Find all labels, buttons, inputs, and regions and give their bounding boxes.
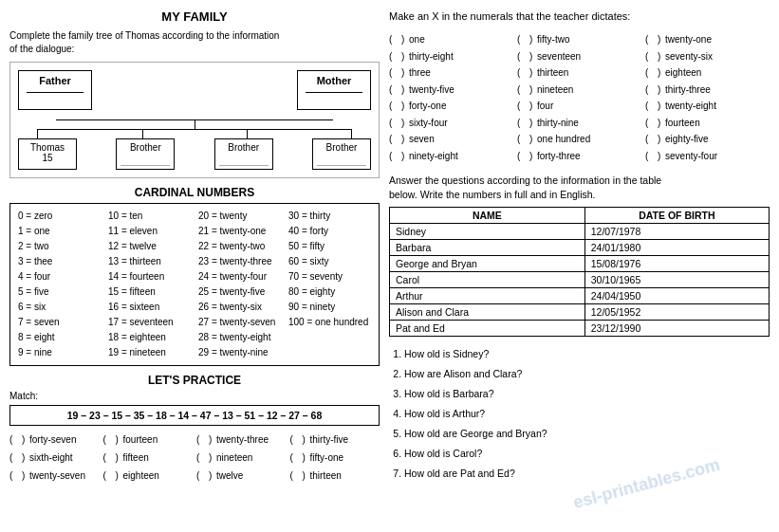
table-row: Pat and Ed23/12/1990	[390, 320, 770, 336]
intro-text: Complete the family tree of Thomas accor…	[9, 29, 380, 56]
child-brother-2: Brother	[214, 138, 273, 170]
option-10[interactable]: ( ) eighteen	[103, 468, 194, 484]
option-12[interactable]: ( ) thirteen	[290, 468, 380, 484]
table-row: George and Bryan15/08/1976	[390, 255, 770, 271]
table-row: Barbara24/01/1980	[390, 239, 770, 255]
question-3: How old is Barbara?	[404, 384, 770, 404]
num-10[interactable]: ( ) twenty-five	[389, 82, 513, 99]
questions-list: How old is Sidney? How are Alison and Cl…	[389, 344, 770, 484]
num-20[interactable]: ( ) one hundred	[517, 131, 641, 148]
option-4[interactable]: ( ) thirty-five	[290, 431, 380, 448]
num-4[interactable]: ( ) thirty-eight	[389, 48, 513, 65]
option-9[interactable]: ( ) twenty-seven	[9, 468, 100, 484]
num-9[interactable]: ( ) eighteen	[645, 64, 770, 82]
question-5: How old are George and Bryan?	[404, 424, 770, 444]
right-column: Make an X in the numerals that the teach…	[389, 9, 770, 523]
questions-section: How old is Sidney? How are Alison and Cl…	[389, 344, 770, 484]
num-23[interactable]: ( ) forty-three	[517, 148, 641, 165]
practice-options: ( ) forty-seven ( ) fourteen ( ) twenty-…	[9, 431, 380, 484]
col-dob: DATE OF BIRTH	[584, 207, 769, 223]
num-5[interactable]: ( ) seventeen	[517, 48, 641, 65]
dictate-intro: Make an X in the numerals that the teach…	[389, 9, 770, 24]
child-thomas: Thomas15	[18, 138, 77, 170]
num-8[interactable]: ( ) thirteen	[517, 64, 641, 82]
table-intro: Answer the questions according to the in…	[389, 174, 770, 201]
table-body: Sidney12/07/1978 Barbara24/01/1980 Georg…	[390, 223, 770, 336]
cardinal-title: CARDINAL NUMBERS	[9, 186, 380, 199]
num-19[interactable]: ( ) seven	[389, 131, 513, 148]
table-row: Carol30/10/1965	[390, 271, 770, 287]
question-6: How old is Carol?	[404, 444, 770, 464]
option-2[interactable]: ( ) fourteen	[103, 431, 194, 448]
question-1: How old is Sidney?	[404, 344, 770, 364]
num-7[interactable]: ( ) three	[389, 64, 513, 82]
num-2[interactable]: ( ) fifty-two	[517, 31, 641, 48]
cardinal-table: 0 = zero10 = ten20 = twenty30 = thirty 1…	[9, 203, 380, 366]
cardinal-grid: 0 = zero10 = ten20 = twenty30 = thirty 1…	[18, 209, 371, 360]
num-17[interactable]: ( ) thirty-nine	[517, 115, 641, 132]
left-column: MY FAMILY Complete the family tree of Th…	[9, 9, 380, 523]
option-8[interactable]: ( ) fifty-one	[290, 449, 380, 466]
num-18[interactable]: ( ) fourteen	[645, 115, 770, 132]
option-5[interactable]: ( ) sixth-eight	[9, 449, 100, 466]
mother-box: Mother	[297, 70, 371, 110]
num-16[interactable]: ( ) sixty-four	[389, 115, 513, 132]
num-12[interactable]: ( ) thirty-three	[645, 82, 770, 99]
table-row: Arthur24/04/1950	[390, 287, 770, 303]
num-3[interactable]: ( ) twenty-one	[645, 31, 770, 48]
match-label: Match:	[9, 391, 380, 401]
match-sequence: 19 – 23 – 15 – 35 – 18 – 14 – 47 – 13 – …	[9, 405, 380, 426]
option-1[interactable]: ( ) forty-seven	[9, 431, 100, 448]
num-11[interactable]: ( ) nineteen	[517, 82, 641, 99]
question-4: How old is Arthur?	[404, 404, 770, 424]
father-box: Father	[18, 70, 92, 110]
question-2: How are Alison and Clara?	[404, 364, 770, 384]
num-22[interactable]: ( ) ninety-eight	[389, 148, 513, 165]
option-3[interactable]: ( ) twenty-three	[196, 431, 287, 448]
num-6[interactable]: ( ) seventy-six	[645, 48, 770, 65]
num-14[interactable]: ( ) four	[517, 98, 641, 115]
child-brother-1: Brother	[116, 138, 175, 170]
dob-table: NAME DATE OF BIRTH Sidney12/07/1978 Barb…	[389, 207, 770, 337]
question-7: How old are Pat and Ed?	[404, 464, 770, 484]
num-21[interactable]: ( ) eighty-five	[645, 131, 770, 148]
table-section: Answer the questions according to the in…	[389, 174, 770, 336]
table-row: Alison and Clara12/05/1952	[390, 303, 770, 320]
num-15[interactable]: ( ) twenty-eight	[645, 98, 770, 115]
option-6[interactable]: ( ) fifteen	[103, 449, 194, 466]
family-tree: Father Mother	[9, 62, 380, 178]
col-name: NAME	[390, 207, 585, 223]
practice-title: LET'S PRACTICE	[9, 374, 380, 387]
table-row: Sidney12/07/1978	[390, 223, 770, 239]
option-7[interactable]: ( ) nineteen	[196, 449, 287, 466]
numerals-grid: ( ) one ( ) fifty-two ( ) twenty-one ( )…	[389, 31, 770, 164]
page-title: MY FAMILY	[9, 9, 380, 24]
num-1[interactable]: ( ) one	[389, 31, 513, 48]
num-24[interactable]: ( ) seventy-four	[645, 148, 770, 165]
num-13[interactable]: ( ) forty-one	[389, 98, 513, 115]
option-11[interactable]: ( ) twelve	[196, 468, 287, 484]
child-brother-3: Brother	[312, 138, 371, 170]
